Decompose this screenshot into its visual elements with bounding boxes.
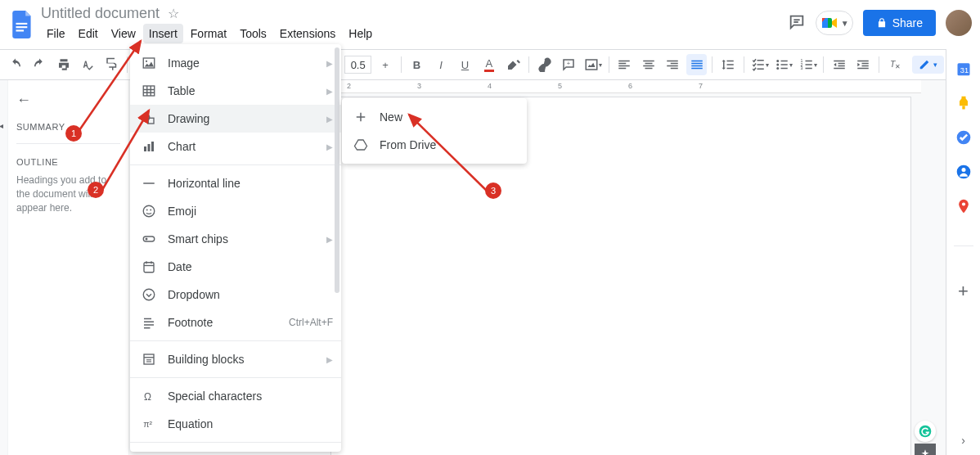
menu-item-table[interactable]: Table▶ [130, 77, 341, 105]
svg-point-41 [146, 238, 148, 241]
ruler[interactable]: 234567 [330, 80, 921, 93]
emoji-icon [142, 204, 156, 218]
menu-format[interactable]: Format [185, 24, 232, 43]
numbered-list-button[interactable]: 123▾ [798, 54, 818, 75]
meet-button[interactable]: ▼ [816, 11, 853, 35]
explore-button[interactable] [915, 444, 936, 455]
menu-item-chart[interactable]: Chart▶ [130, 133, 341, 160]
menu-item-drawing[interactable]: Drawing▶ [130, 105, 341, 133]
insert-image-button[interactable]: ▾ [582, 54, 603, 75]
back-arrow-icon[interactable]: ← [16, 92, 120, 109]
menu-help[interactable]: Help [343, 24, 378, 43]
svg-text:3: 3 [800, 65, 802, 70]
calendar-icon[interactable]: 31 [955, 61, 972, 77]
menu-item-label: Equation [168, 417, 333, 430]
paint-format-button[interactable] [101, 54, 122, 75]
annotation-1: 1 [65, 125, 82, 142]
ruler-tick: 4 [488, 82, 492, 90]
font-size-increase[interactable]: + [375, 54, 395, 75]
grammarly-badge[interactable] [915, 421, 936, 442]
menu-item-emoji[interactable]: Emoji [130, 197, 341, 225]
align-center-button[interactable] [638, 54, 659, 75]
svg-point-39 [150, 209, 151, 211]
spellcheck-button[interactable] [77, 54, 97, 75]
bold-button[interactable]: B [407, 54, 427, 75]
highlight-button[interactable] [503, 54, 524, 75]
chevron-down-icon: ▼ [841, 19, 849, 28]
editing-mode-button[interactable]: ▾ [912, 56, 944, 74]
side-panel: 31 + › [946, 49, 980, 455]
menu-item-label: Table [168, 84, 315, 97]
menu-tools[interactable]: Tools [234, 24, 272, 43]
increase-indent-button[interactable] [853, 54, 874, 75]
svg-text:π²: π² [143, 419, 152, 429]
clear-formatting-button[interactable]: T✕ [884, 54, 905, 75]
svg-rect-19 [962, 106, 964, 109]
menu-insert[interactable]: Insert [143, 24, 183, 43]
menu-item-building-blocks[interactable]: Building blocks▶ [130, 345, 341, 373]
svg-rect-34 [148, 144, 151, 151]
share-button[interactable]: Share [863, 10, 936, 36]
maps-icon[interactable] [955, 198, 972, 214]
contacts-icon[interactable] [955, 164, 972, 180]
redo-button[interactable] [29, 54, 49, 75]
menu-item-dropdown[interactable]: Dropdown [130, 281, 341, 309]
share-label: Share [892, 16, 923, 29]
menu-file[interactable]: File [41, 24, 71, 43]
underline-button[interactable]: U [455, 54, 475, 75]
italic-button[interactable]: I [430, 54, 451, 75]
menu-item-new[interactable]: New [342, 103, 527, 131]
get-addons-button[interactable]: + [958, 281, 969, 302]
menu-item-label: Drawing [168, 112, 315, 125]
document-title[interactable]: Untitled document [41, 5, 160, 22]
docs-logo[interactable] [8, 5, 38, 44]
date-icon [142, 259, 156, 274]
svg-text:✕: ✕ [895, 63, 901, 70]
menu-item-horizontal-line[interactable]: Horizontal line [130, 169, 341, 197]
font-size-input[interactable]: 0.5 [344, 56, 371, 74]
align-right-button[interactable] [662, 54, 682, 75]
menu-item-from-drive[interactable]: From Drive [342, 131, 527, 159]
hr-icon [142, 176, 156, 191]
checklist-button[interactable]: ▾ [749, 54, 770, 75]
tasks-icon[interactable] [955, 129, 972, 146]
menu-item-label: Horizontal line [168, 177, 333, 190]
menu-item-date[interactable]: Date [130, 253, 341, 281]
undo-button[interactable] [5, 54, 25, 75]
scrollbar[interactable] [335, 47, 339, 293]
menu-item-image[interactable]: Image▶ [130, 49, 341, 77]
account-avatar[interactable] [946, 10, 972, 36]
decrease-indent-button[interactable] [829, 54, 849, 75]
bulleted-list-button[interactable]: ▾ [773, 54, 793, 75]
text-color-button[interactable]: A [479, 54, 499, 75]
blocks-icon [142, 352, 156, 367]
comment-history-icon[interactable] [788, 13, 806, 34]
print-button[interactable] [53, 54, 74, 75]
menu-item-footnote[interactable]: FootnoteCtrl+Alt+F [130, 309, 341, 336]
menu-view[interactable]: View [106, 24, 142, 43]
menu-separator [130, 377, 341, 378]
menu-item-watermark[interactable]: Watermark [130, 447, 341, 452]
keep-icon[interactable] [955, 95, 972, 111]
hide-side-panel-button[interactable]: › [961, 434, 965, 455]
align-justify-button[interactable] [686, 54, 707, 75]
align-left-button[interactable] [614, 54, 635, 75]
menu-item-smart-chips[interactable]: Smart chips▶ [130, 225, 341, 253]
menu-item-special-characters[interactable]: ΩSpecial characters [130, 382, 341, 410]
menu-edit[interactable]: Edit [73, 24, 104, 43]
menu-extensions[interactable]: Extensions [274, 24, 341, 43]
chart-icon [142, 139, 156, 154]
insert-link-button[interactable] [534, 54, 555, 75]
line-spacing-button[interactable] [717, 54, 738, 75]
add-comment-button[interactable]: + [559, 54, 579, 75]
svg-rect-40 [143, 237, 155, 241]
menu-item-equation[interactable]: π²Equation [130, 410, 341, 438]
star-icon[interactable]: ☆ [168, 6, 179, 21]
outline-heading: OUTLINE [16, 157, 120, 167]
menu-item-label: New [380, 110, 519, 124]
submenu-arrow-icon: ▶ [326, 235, 333, 244]
svg-text:Ω: Ω [144, 391, 151, 403]
annotation-3: 3 [485, 182, 501, 199]
outline-hint: Headings you add to the document will ap… [16, 173, 120, 214]
menu-item-label: Footnote [168, 316, 277, 329]
